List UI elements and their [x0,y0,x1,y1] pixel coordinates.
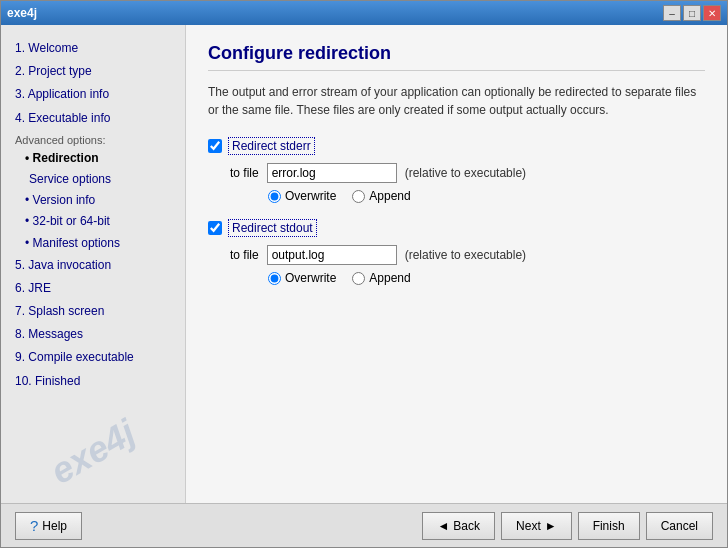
stderr-append-option: Append [352,189,410,203]
stdout-overwrite-option: Overwrite [268,271,336,285]
stdout-checkbox[interactable] [208,221,222,235]
window-title: exe4j [7,6,37,20]
stdout-append-radio[interactable] [352,272,365,285]
stderr-checkbox-row: Redirect stderr [208,137,705,155]
back-icon: ◄ [437,519,449,533]
sidebar-item-version-info[interactable]: • Version info [11,190,175,211]
watermark: exe4j [3,388,183,503]
stderr-append-radio[interactable] [352,190,365,203]
stderr-checkbox[interactable] [208,139,222,153]
stdout-file-note: (relative to executable) [405,248,526,262]
page-title: Configure redirection [208,43,705,71]
sidebar-item-exec-info[interactable]: 4. Executable info [11,107,175,130]
finish-label: Finish [593,519,625,533]
stderr-file-label: to file [230,166,259,180]
stdout-file-row: to file (relative to executable) [230,245,705,265]
finish-button[interactable]: Finish [578,512,640,540]
stderr-append-label[interactable]: Append [369,189,410,203]
window-controls: – □ ✕ [663,5,721,21]
main-content: 1. Welcome 2. Project type 3. Applicatio… [1,25,727,503]
stdout-section: Redirect stdout to file (relative to exe… [208,219,705,285]
stderr-radio-row: Overwrite Append [268,189,705,203]
sidebar-item-redirection[interactable]: • Redirection [11,148,175,169]
back-label: Back [453,519,480,533]
description-text: The output and error stream of your appl… [208,83,705,119]
stderr-label[interactable]: Redirect stderr [228,137,315,155]
minimize-button[interactable]: – [663,5,681,21]
stderr-overwrite-option: Overwrite [268,189,336,203]
stderr-file-note: (relative to executable) [405,166,526,180]
footer-left: ? Help [15,512,82,540]
stderr-overwrite-radio[interactable] [268,190,281,203]
close-button[interactable]: ✕ [703,5,721,21]
sidebar-item-32-64-bit[interactable]: • 32-bit or 64-bit [11,211,175,232]
sidebar-item-splash-screen[interactable]: 7. Splash screen [11,300,175,323]
stdout-overwrite-label[interactable]: Overwrite [285,271,336,285]
sidebar-item-jre[interactable]: 6. JRE [11,277,175,300]
cancel-label: Cancel [661,519,698,533]
sidebar-item-compile-exec[interactable]: 9. Compile executable [11,346,175,369]
stdout-radio-row: Overwrite Append [268,271,705,285]
sidebar-item-messages[interactable]: 8. Messages [11,323,175,346]
stdout-label[interactable]: Redirect stdout [228,219,317,237]
next-button[interactable]: Next ► [501,512,572,540]
title-bar: exe4j – □ ✕ [1,1,727,25]
footer-right: ◄ Back Next ► Finish Cancel [422,512,713,540]
next-icon: ► [545,519,557,533]
stdout-file-label: to file [230,248,259,262]
sidebar-item-app-info[interactable]: 3. Application info [11,83,175,106]
help-button[interactable]: ? Help [15,512,82,540]
stderr-file-row: to file (relative to executable) [230,163,705,183]
stdout-append-option: Append [352,271,410,285]
sidebar-item-finished[interactable]: 10. Finished [11,370,175,393]
restore-button[interactable]: □ [683,5,701,21]
content-area: Configure redirection The output and err… [186,25,727,503]
stdout-checkbox-row: Redirect stdout [208,219,705,237]
back-button[interactable]: ◄ Back [422,512,495,540]
stderr-section: Redirect stderr to file (relative to exe… [208,137,705,203]
stdout-append-label[interactable]: Append [369,271,410,285]
help-label: Help [42,519,67,533]
sidebar-item-welcome[interactable]: 1. Welcome [11,37,175,60]
sidebar-item-java-invocation[interactable]: 5. Java invocation [11,254,175,277]
main-window: exe4j – □ ✕ 1. Welcome 2. Project type 3… [0,0,728,548]
advanced-options-label: Advanced options: [11,130,175,148]
help-icon: ? [30,517,38,534]
cancel-button[interactable]: Cancel [646,512,713,540]
sidebar-item-service-options[interactable]: Service options [11,169,175,190]
stdout-overwrite-radio[interactable] [268,272,281,285]
sidebar-item-manifest-options[interactable]: • Manifest options [11,233,175,254]
stderr-overwrite-label[interactable]: Overwrite [285,189,336,203]
stdout-file-input[interactable] [267,245,397,265]
sidebar-item-project-type[interactable]: 2. Project type [11,60,175,83]
next-label: Next [516,519,541,533]
sidebar: 1. Welcome 2. Project type 3. Applicatio… [1,25,186,503]
footer: ? Help ◄ Back Next ► Finish Cancel [1,503,727,547]
stderr-file-input[interactable] [267,163,397,183]
